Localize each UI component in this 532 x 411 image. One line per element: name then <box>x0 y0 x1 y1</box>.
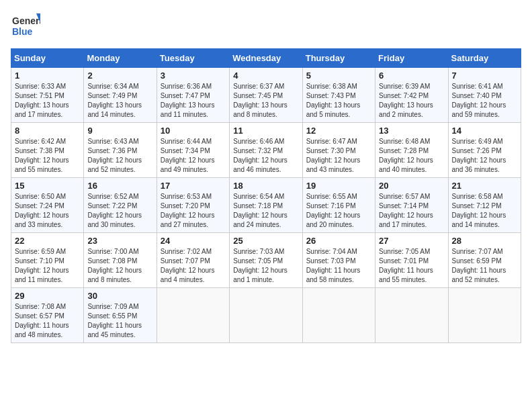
calendar-cell: 17Sunrise: 6:53 AMSunset: 7:20 PMDayligh… <box>157 178 229 233</box>
calendar-cell <box>375 288 448 343</box>
cell-info: Sunrise: 6:37 AMSunset: 7:45 PMDaylight:… <box>233 82 298 120</box>
header-friday: Friday <box>375 49 448 68</box>
calendar-cell: 26Sunrise: 7:04 AMSunset: 7:03 PMDayligh… <box>302 233 375 288</box>
calendar-cell: 28Sunrise: 7:07 AMSunset: 6:59 PMDayligh… <box>448 233 521 288</box>
day-number: 6 <box>379 71 444 81</box>
cell-info: Sunrise: 6:53 AMSunset: 7:20 PMDaylight:… <box>161 192 226 230</box>
cell-info: Sunrise: 6:59 AMSunset: 7:10 PMDaylight:… <box>15 247 80 285</box>
svg-text:Blue: Blue <box>12 26 33 37</box>
cell-info: Sunrise: 7:02 AMSunset: 7:07 PMDaylight:… <box>161 247 226 285</box>
calendar-cell: 8Sunrise: 6:42 AMSunset: 7:38 PMDaylight… <box>11 123 84 178</box>
calendar-cell: 2Sunrise: 6:34 AMSunset: 7:49 PMDaylight… <box>84 68 157 123</box>
day-number: 15 <box>15 181 80 191</box>
cell-info: Sunrise: 6:54 AMSunset: 7:18 PMDaylight:… <box>233 192 298 230</box>
calendar-cell: 9Sunrise: 6:43 AMSunset: 7:36 PMDaylight… <box>84 123 157 178</box>
calendar-cell: 11Sunrise: 6:46 AMSunset: 7:32 PMDayligh… <box>230 123 302 178</box>
cell-info: Sunrise: 6:36 AMSunset: 7:47 PMDaylight:… <box>161 82 226 120</box>
cell-info: Sunrise: 6:49 AMSunset: 7:26 PMDaylight:… <box>452 137 517 175</box>
calendar-week-row: 8Sunrise: 6:42 AMSunset: 7:38 PMDaylight… <box>11 123 521 178</box>
cell-info: Sunrise: 6:38 AMSunset: 7:43 PMDaylight:… <box>306 82 371 120</box>
calendar-cell: 15Sunrise: 6:50 AMSunset: 7:24 PMDayligh… <box>11 178 84 233</box>
day-number: 30 <box>87 291 152 301</box>
calendar-cell: 23Sunrise: 7:00 AMSunset: 7:08 PMDayligh… <box>84 233 157 288</box>
day-number: 25 <box>233 236 298 246</box>
day-number: 20 <box>379 181 444 191</box>
header-sunday: Sunday <box>11 49 84 68</box>
logo-svg: General Blue <box>11 11 40 40</box>
calendar-cell: 3Sunrise: 6:36 AMSunset: 7:47 PMDaylight… <box>157 68 229 123</box>
calendar-week-row: 29Sunrise: 7:08 AMSunset: 6:57 PMDayligh… <box>11 288 521 343</box>
day-number: 9 <box>87 126 152 136</box>
calendar-cell: 18Sunrise: 6:54 AMSunset: 7:18 PMDayligh… <box>230 178 302 233</box>
cell-info: Sunrise: 6:44 AMSunset: 7:34 PMDaylight:… <box>161 137 226 175</box>
day-number: 27 <box>379 236 444 246</box>
cell-info: Sunrise: 6:41 AMSunset: 7:40 PMDaylight:… <box>452 82 517 120</box>
calendar-cell <box>302 288 375 343</box>
calendar-cell: 13Sunrise: 6:48 AMSunset: 7:28 PMDayligh… <box>375 123 448 178</box>
cell-info: Sunrise: 6:50 AMSunset: 7:24 PMDaylight:… <box>15 192 80 230</box>
calendar-week-row: 1Sunrise: 6:33 AMSunset: 7:51 PMDaylight… <box>11 68 521 123</box>
cell-info: Sunrise: 6:42 AMSunset: 7:38 PMDaylight:… <box>15 137 80 175</box>
calendar-cell: 4Sunrise: 6:37 AMSunset: 7:45 PMDaylight… <box>230 68 302 123</box>
cell-info: Sunrise: 6:47 AMSunset: 7:30 PMDaylight:… <box>306 137 371 175</box>
calendar-cell: 27Sunrise: 7:05 AMSunset: 7:01 PMDayligh… <box>375 233 448 288</box>
day-number: 17 <box>161 181 226 191</box>
logo: General Blue <box>11 11 40 40</box>
calendar-week-row: 15Sunrise: 6:50 AMSunset: 7:24 PMDayligh… <box>11 178 521 233</box>
cell-info: Sunrise: 6:52 AMSunset: 7:22 PMDaylight:… <box>87 192 152 230</box>
day-number: 18 <box>233 181 298 191</box>
day-number: 12 <box>306 126 371 136</box>
day-number: 4 <box>233 71 298 81</box>
cell-info: Sunrise: 7:00 AMSunset: 7:08 PMDaylight:… <box>87 247 152 285</box>
header-wednesday: Wednesday <box>230 49 302 68</box>
page-header: General Blue <box>11 11 521 40</box>
calendar-cell: 25Sunrise: 7:03 AMSunset: 7:05 PMDayligh… <box>230 233 302 288</box>
calendar-table: SundayMondayTuesdayWednesdayThursdayFrid… <box>11 48 521 343</box>
day-number: 7 <box>452 71 517 81</box>
calendar-cell: 6Sunrise: 6:39 AMSunset: 7:42 PMDaylight… <box>375 68 448 123</box>
calendar-cell: 5Sunrise: 6:38 AMSunset: 7:43 PMDaylight… <box>302 68 375 123</box>
calendar-cell <box>157 288 229 343</box>
day-number: 3 <box>161 71 226 81</box>
calendar-header-row: SundayMondayTuesdayWednesdayThursdayFrid… <box>11 49 521 68</box>
header-thursday: Thursday <box>302 49 375 68</box>
day-number: 19 <box>306 181 371 191</box>
cell-info: Sunrise: 7:05 AMSunset: 7:01 PMDaylight:… <box>379 247 444 285</box>
day-number: 1 <box>15 71 80 81</box>
cell-info: Sunrise: 6:39 AMSunset: 7:42 PMDaylight:… <box>379 82 444 120</box>
calendar-cell: 29Sunrise: 7:08 AMSunset: 6:57 PMDayligh… <box>11 288 84 343</box>
day-number: 16 <box>87 181 152 191</box>
cell-info: Sunrise: 7:08 AMSunset: 6:57 PMDaylight:… <box>15 302 80 340</box>
calendar-cell: 14Sunrise: 6:49 AMSunset: 7:26 PMDayligh… <box>448 123 521 178</box>
cell-info: Sunrise: 7:04 AMSunset: 7:03 PMDaylight:… <box>306 247 371 285</box>
day-number: 28 <box>452 236 517 246</box>
calendar-cell: 22Sunrise: 6:59 AMSunset: 7:10 PMDayligh… <box>11 233 84 288</box>
day-number: 26 <box>306 236 371 246</box>
cell-info: Sunrise: 7:07 AMSunset: 6:59 PMDaylight:… <box>452 247 517 285</box>
calendar-cell: 1Sunrise: 6:33 AMSunset: 7:51 PMDaylight… <box>11 68 84 123</box>
day-number: 11 <box>233 126 298 136</box>
header-saturday: Saturday <box>448 49 521 68</box>
cell-info: Sunrise: 6:43 AMSunset: 7:36 PMDaylight:… <box>87 137 152 175</box>
day-number: 21 <box>452 181 517 191</box>
day-number: 14 <box>452 126 517 136</box>
cell-info: Sunrise: 7:03 AMSunset: 7:05 PMDaylight:… <box>233 247 298 285</box>
day-number: 8 <box>15 126 80 136</box>
calendar-cell: 16Sunrise: 6:52 AMSunset: 7:22 PMDayligh… <box>84 178 157 233</box>
calendar-cell: 10Sunrise: 6:44 AMSunset: 7:34 PMDayligh… <box>157 123 229 178</box>
day-number: 29 <box>15 291 80 301</box>
header-tuesday: Tuesday <box>157 49 229 68</box>
calendar-week-row: 22Sunrise: 6:59 AMSunset: 7:10 PMDayligh… <box>11 233 521 288</box>
cell-info: Sunrise: 6:57 AMSunset: 7:14 PMDaylight:… <box>379 192 444 230</box>
day-number: 23 <box>87 236 152 246</box>
cell-info: Sunrise: 6:46 AMSunset: 7:32 PMDaylight:… <box>233 137 298 175</box>
day-number: 10 <box>161 126 226 136</box>
calendar-cell: 20Sunrise: 6:57 AMSunset: 7:14 PMDayligh… <box>375 178 448 233</box>
cell-info: Sunrise: 6:58 AMSunset: 7:12 PMDaylight:… <box>452 192 517 230</box>
day-number: 2 <box>87 71 152 81</box>
calendar-cell <box>448 288 521 343</box>
day-number: 22 <box>15 236 80 246</box>
calendar-cell <box>230 288 302 343</box>
header-monday: Monday <box>84 49 157 68</box>
cell-info: Sunrise: 6:48 AMSunset: 7:28 PMDaylight:… <box>379 137 444 175</box>
